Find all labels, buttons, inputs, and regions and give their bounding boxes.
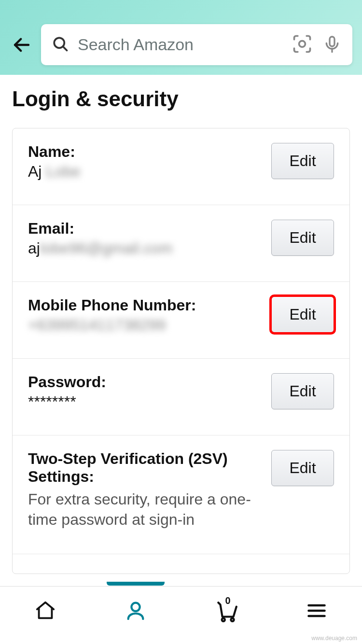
name-value: Aj Lobe (28, 163, 262, 181)
back-arrow-icon (12, 35, 32, 55)
password-label: Password: (28, 373, 262, 391)
settings-row-2sv: Two-Step Verification (2SV) Settings: Fo… (13, 435, 349, 554)
page-content: Login & security Name: Aj Lobe Edit Emai… (0, 75, 362, 586)
home-icon (34, 600, 56, 622)
hamburger-icon (306, 600, 327, 621)
search-placeholder: Search Amazon (78, 35, 282, 54)
svg-point-6 (132, 602, 140, 611)
bottom-navigation: 0 (0, 586, 362, 644)
nav-home[interactable] (31, 596, 60, 625)
back-button[interactable] (10, 33, 34, 57)
password-value: ******** (28, 393, 262, 411)
phone-value: +639951411738299 (28, 316, 262, 334)
edit-email-button[interactable]: Edit (271, 220, 334, 256)
nav-cart[interactable]: 0 (212, 596, 241, 625)
edit-2sv-button[interactable]: Edit (271, 450, 334, 486)
settings-row-email: Email: ajlobe96@gmail.com Edit (13, 205, 349, 282)
search-icon (52, 35, 69, 55)
svg-rect-4 (330, 37, 334, 46)
nav-account[interactable] (121, 596, 150, 625)
edit-name-button[interactable]: Edit (271, 143, 334, 179)
nav-menu[interactable] (302, 596, 331, 625)
app-header: Search Amazon (0, 0, 362, 75)
cart-count: 0 (225, 595, 231, 606)
edit-phone-button[interactable]: Edit (271, 296, 334, 333)
page-title: Login & security (12, 87, 350, 111)
email-value: ajlobe96@gmail.com (28, 239, 262, 257)
search-bar[interactable]: Search Amazon (41, 24, 352, 65)
user-icon (125, 600, 147, 622)
svg-point-3 (299, 41, 306, 47)
settings-row-next (13, 554, 349, 574)
watermark: www.deuage.com (311, 635, 357, 642)
name-label: Name: (28, 143, 262, 161)
microphone-icon[interactable] (322, 34, 342, 56)
twostep-label: Two-Step Verification (2SV) Settings: (28, 450, 262, 486)
phone-label: Mobile Phone Number: (28, 296, 262, 314)
settings-row-password: Password: ******** Edit (13, 359, 349, 435)
email-label: Email: (28, 220, 262, 238)
settings-row-name: Name: Aj Lobe Edit (13, 128, 349, 205)
twostep-desc: For extra security, require a one-time p… (28, 490, 262, 530)
svg-point-8 (231, 618, 234, 621)
camera-scan-icon[interactable] (292, 33, 313, 56)
settings-row-phone: Mobile Phone Number: +639951411738299 Ed… (13, 282, 349, 359)
settings-list: Name: Aj Lobe Edit Email: ajlobe96@gmail… (12, 128, 350, 574)
svg-line-2 (63, 46, 67, 50)
edit-password-button[interactable]: Edit (271, 373, 334, 409)
svg-point-7 (222, 618, 224, 621)
